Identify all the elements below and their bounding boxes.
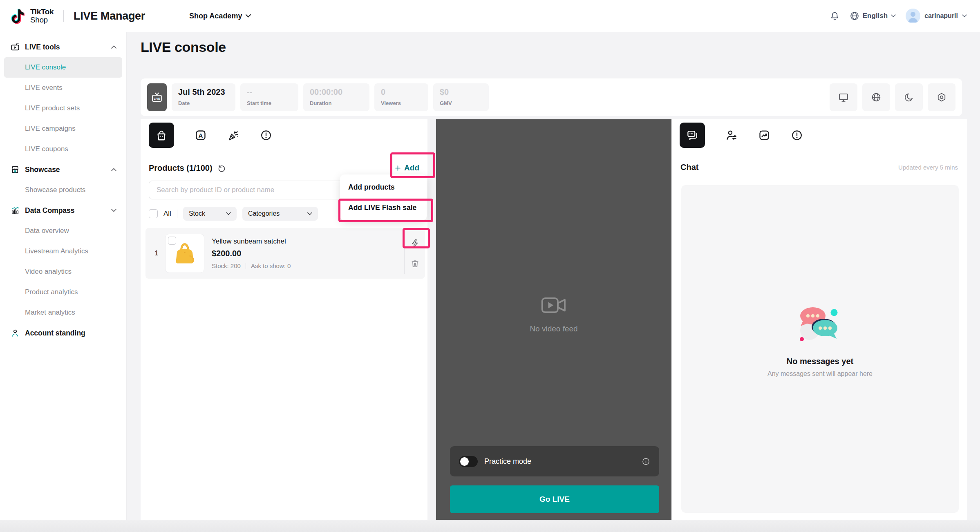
menu-item-add-live-flash-sale[interactable]: Add LIVE Flash sale (340, 197, 427, 218)
sidebar-item-product-analytics[interactable]: Product analytics (0, 282, 126, 302)
region-button[interactable] (862, 83, 890, 111)
party-popper-icon (227, 129, 239, 141)
toggle-knob (460, 457, 469, 466)
menu-item-add-products[interactable]: Add products (340, 177, 427, 197)
shop-academy-dropdown[interactable]: Shop Academy (189, 12, 251, 20)
gear-icon (936, 92, 947, 103)
tab-alerts[interactable] (260, 129, 272, 141)
chat-panel: Chat Updated every 5 mins (672, 119, 967, 520)
sidebar-item-live-events[interactable]: LIVE events (0, 78, 126, 98)
add-dropdown-menu: Add products Add LIVE Flash sale (340, 174, 427, 220)
bottom-scroll-area[interactable] (0, 520, 980, 532)
alert-circle-icon (260, 129, 272, 141)
product-index: 1 (151, 250, 162, 257)
practice-mode-toggle[interactable] (459, 456, 478, 467)
tab-text-overlay[interactable]: A (195, 129, 207, 141)
products-header: Products (1/100) Add (149, 161, 419, 175)
sidebar-item-live-console[interactable]: LIVE console (4, 57, 122, 78)
sidebar-item-account-standing[interactable]: Account standing (0, 323, 126, 343)
sidebar-item-showcase[interactable]: Showcase (0, 159, 126, 180)
stat-date: Jul 5th 2023 Date (172, 83, 235, 111)
tab-audience[interactable] (725, 129, 738, 141)
chat-panel-tabs (680, 123, 803, 148)
live-video-icon (11, 42, 20, 51)
product-price: $200.00 (212, 249, 291, 258)
sidebar-item-live-coupons[interactable]: LIVE coupons (0, 139, 126, 159)
practice-mode-label: Practice mode (484, 457, 531, 466)
sidebar-item-market-analytics[interactable]: Market analytics (0, 302, 126, 323)
stock-filter-dropdown[interactable]: Stock (183, 207, 237, 221)
product-ask-to-show: Ask to show: 0 (251, 262, 291, 269)
tab-products[interactable] (149, 123, 174, 148)
chevron-down-icon (307, 212, 312, 215)
sidebar-item-live-campaigns[interactable]: LIVE campaigns (0, 118, 126, 139)
sidebar-item-live-product-sets[interactable]: LIVE product sets (0, 98, 126, 118)
shopping-bag-icon (155, 129, 168, 141)
chevron-up-icon (111, 45, 116, 49)
sidebar-item-livestream-analytics[interactable]: Livestream Analytics (0, 241, 126, 262)
flash-sale-icon[interactable] (410, 239, 420, 248)
product-checkbox[interactable] (168, 237, 176, 245)
dark-mode-button[interactable] (895, 83, 923, 111)
top-bar: TikTok Shop LIVE Manager Shop Academy (0, 0, 980, 32)
product-info: Yellow sunbeam satchel $200.00 Stock: 20… (212, 237, 291, 269)
tab-interactions[interactable] (227, 129, 239, 141)
sidebar-item-live-tools[interactable]: LIVE tools (0, 37, 126, 57)
meta-divider (246, 263, 246, 269)
tab-warnings[interactable] (791, 129, 803, 141)
info-icon[interactable] (642, 457, 650, 466)
sidebar-item-showcase-products[interactable]: Showcase products (0, 180, 126, 200)
live-tv-icon: LIVE (147, 83, 167, 111)
display-settings-button[interactable] (830, 83, 857, 111)
tab-chat[interactable] (680, 123, 705, 148)
notification-bell-icon[interactable] (830, 11, 840, 21)
svg-text:LIVE: LIVE (154, 97, 160, 100)
page-title: LIVE console (141, 39, 226, 55)
practice-mode-bar: Practice mode (450, 446, 659, 476)
sidebar-item-data-compass[interactable]: Data Compass (0, 200, 126, 221)
chevron-down-icon (226, 212, 231, 215)
live-manager-app: TikTok Shop LIVE Manager Shop Academy (0, 0, 980, 532)
select-all-label: All (163, 210, 171, 218)
categories-filter-dropdown[interactable]: Categories (242, 207, 318, 221)
select-all-checkbox[interactable] (149, 209, 158, 218)
chevron-down-icon (962, 14, 967, 18)
no-messages-title: No messages yet (787, 357, 853, 366)
tabs-divider (141, 153, 427, 153)
globe-icon (850, 11, 859, 21)
product-row: 1 Yellow sunbeam satchel $200.00 (145, 228, 425, 279)
product-name: Yellow sunbeam satchel (212, 237, 291, 246)
chat-bubbles-illustration (795, 304, 846, 346)
globe-icon (871, 92, 882, 103)
sidebar-item-video-analytics[interactable]: Video analytics (0, 262, 126, 282)
chat-header-divider (672, 176, 967, 176)
product-image (165, 234, 204, 273)
sidebar-item-data-overview[interactable]: Data overview (0, 221, 126, 241)
chevron-down-icon (246, 14, 251, 18)
alert-circle-icon (791, 129, 803, 141)
products-count-title: Products (1/100) (149, 163, 213, 173)
chat-bubbles-icon (686, 129, 698, 141)
header-divider (63, 10, 64, 22)
stat-gmv: $0 GMV (433, 83, 489, 111)
delete-trash-icon[interactable] (410, 259, 420, 268)
account-menu[interactable]: carinapuril (906, 9, 967, 23)
app-title: LIVE Manager (74, 10, 145, 22)
filter-divider (177, 210, 177, 218)
tiktok-note-icon (11, 7, 25, 25)
chevron-down-icon (891, 14, 896, 18)
chevron-up-icon (111, 168, 116, 171)
svg-text:A: A (199, 132, 203, 139)
settings-button[interactable] (928, 83, 955, 111)
add-button[interactable]: Add (394, 163, 419, 172)
language-selector[interactable]: English (850, 11, 896, 21)
tab-analytics[interactable] (758, 129, 770, 141)
chevron-down-icon (111, 209, 116, 212)
go-live-button[interactable]: Go LIVE (450, 485, 659, 513)
chat-empty-state: No messages yet Any messages sent will a… (767, 304, 873, 378)
refresh-icon[interactable] (217, 164, 226, 172)
stat-start-time: -- Start time (240, 83, 298, 111)
tiktok-shop-logo[interactable]: TikTok Shop (11, 7, 54, 25)
person-icon (11, 329, 20, 338)
monitor-icon (838, 92, 849, 103)
